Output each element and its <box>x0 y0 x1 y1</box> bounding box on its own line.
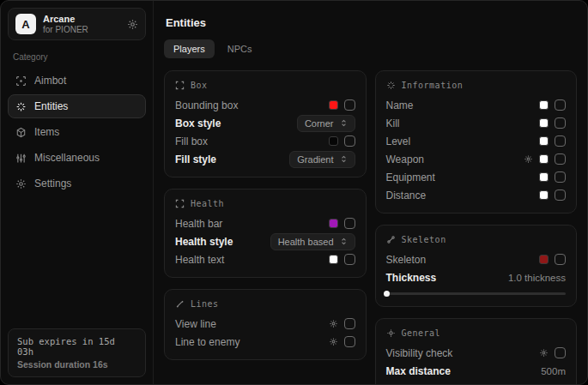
checkbox[interactable] <box>344 218 355 229</box>
sidebar-item-label: Aimbot <box>34 75 66 87</box>
thickness-value: 1.0 thickness <box>508 273 566 283</box>
panel-title: Information <box>402 81 464 90</box>
color-swatch[interactable] <box>539 100 549 110</box>
crosshair-icon <box>15 75 27 87</box>
sidebar-item-label: Entities <box>34 100 68 112</box>
checkbox[interactable] <box>344 135 355 147</box>
brand-card: A Arcane for PIONER <box>8 8 146 40</box>
checkbox[interactable] <box>555 117 566 129</box>
checkbox[interactable] <box>555 153 566 165</box>
checkbox[interactable] <box>555 189 566 201</box>
panel-information-header: Information <box>386 81 567 90</box>
checkbox[interactable] <box>555 99 566 111</box>
panel-health-header: Health <box>175 199 355 208</box>
panel-title: Box <box>191 81 208 90</box>
checkbox[interactable] <box>344 99 355 111</box>
panel-box-header: Box <box>175 81 355 90</box>
checkbox[interactable] <box>555 171 566 183</box>
sidebar-item-settings[interactable]: Settings <box>8 171 146 196</box>
setting-row-bounding-box: Bounding box <box>175 96 355 114</box>
panel-skeleton-header: Skeleton <box>386 235 567 244</box>
slider-thumb[interactable] <box>470 384 476 385</box>
setting-row-name: Name <box>386 96 567 114</box>
setting-label: Health bar <box>175 218 222 230</box>
category-label: Category <box>13 52 141 62</box>
setting-label: Health text <box>175 254 224 266</box>
color-swatch[interactable] <box>329 219 338 228</box>
checkbox[interactable] <box>555 347 566 358</box>
setting-row-skeleton: Skeleton <box>386 250 567 268</box>
setting-label: Health style <box>175 236 233 248</box>
setting-row-distance: Distance <box>386 186 567 204</box>
setting-label: Weapon <box>386 153 424 165</box>
checkbox[interactable] <box>555 135 566 147</box>
sidebar-item-entities[interactable]: Entities <box>8 94 146 118</box>
row-gear-icon[interactable] <box>329 319 338 328</box>
pencil-line-icon <box>175 299 185 309</box>
box-style-dropdown[interactable]: Corner <box>297 115 355 132</box>
row-gear-icon[interactable] <box>539 348 549 358</box>
setting-row-box-style: Box style Corner <box>175 114 355 132</box>
sidebar-item-miscellaneous[interactable]: Miscellaneous <box>8 146 146 170</box>
setting-label: Kill <box>386 117 400 129</box>
sidebar-item-aimbot[interactable]: Aimbot <box>8 69 146 93</box>
checkbox[interactable] <box>344 336 355 347</box>
row-gear-icon[interactable] <box>524 154 533 164</box>
sidebar-item-label: Items <box>34 126 59 138</box>
setting-label: View line <box>175 318 216 330</box>
sidebar-item-items[interactable]: Items <box>8 120 146 144</box>
tab-players[interactable]: Players <box>164 39 215 58</box>
color-swatch[interactable] <box>329 100 338 110</box>
setting-label: Thickness <box>386 272 437 284</box>
panel-lines-header: Lines <box>175 299 355 309</box>
checkbox[interactable] <box>555 254 566 265</box>
fill-style-dropdown[interactable]: Gradient <box>289 151 355 168</box>
setting-row-view-line: View line <box>175 315 355 333</box>
setting-row-equipment: Equipment <box>386 168 567 186</box>
setting-row-line-to-enemy: Line to enemy <box>175 333 355 351</box>
slider-thumb[interactable] <box>384 291 390 297</box>
setting-row-kill: Kill <box>386 114 567 132</box>
gear-icon[interactable] <box>127 19 138 30</box>
panel-skeleton: Skeleton Skeleton Thickness 1.0 thicknes… <box>375 225 578 307</box>
checkbox[interactable] <box>344 254 355 265</box>
setting-row-visibility-check: Visibility check <box>386 344 567 362</box>
brackets-icon <box>175 81 185 90</box>
color-swatch[interactable] <box>539 154 549 164</box>
max-distance-slider[interactable] <box>386 382 567 384</box>
setting-label: Fill box <box>175 135 208 147</box>
color-swatch[interactable] <box>539 136 549 146</box>
unfold-icon <box>340 155 348 163</box>
health-style-dropdown[interactable]: Health based <box>270 233 355 250</box>
max-distance-value: 500m <box>541 366 566 376</box>
color-swatch[interactable] <box>329 136 338 146</box>
main-content: Entities Players NPCs Box Bounding box <box>154 1 587 384</box>
sidebar-item-label: Miscellaneous <box>34 152 100 164</box>
row-gear-icon[interactable] <box>329 337 338 346</box>
panel-title: Lines <box>191 299 219 309</box>
color-swatch[interactable] <box>539 172 549 182</box>
gear-icon <box>15 178 27 189</box>
setting-label: Bounding box <box>175 99 238 111</box>
brackets-icon <box>175 199 185 208</box>
color-swatch[interactable] <box>539 190 549 200</box>
unfold-icon <box>340 238 348 245</box>
color-swatch[interactable] <box>539 118 549 128</box>
panel-title: Skeleton <box>402 235 446 244</box>
app-subtitle: for PIONER <box>43 25 120 35</box>
page-title: Entities <box>166 16 577 29</box>
color-swatch[interactable] <box>539 255 549 264</box>
setting-row-thickness: Thickness 1.0 thickness <box>386 268 567 286</box>
setting-label: Visibility check <box>386 347 453 359</box>
thickness-slider[interactable] <box>386 289 567 298</box>
app-title: Arcane <box>43 14 120 25</box>
setting-row-level: Level <box>386 132 567 150</box>
app-window: A Arcane for PIONER Category Aimbot Enti… <box>0 0 588 385</box>
panel-lines: Lines View line Line to enemy <box>164 289 367 360</box>
sidebar-item-label: Settings <box>34 177 71 189</box>
package-icon <box>15 127 27 138</box>
tab-npcs[interactable]: NPCs <box>218 39 262 58</box>
session-duration-text: Session duration 16s <box>17 359 136 370</box>
color-swatch[interactable] <box>329 255 338 264</box>
checkbox[interactable] <box>344 318 355 329</box>
